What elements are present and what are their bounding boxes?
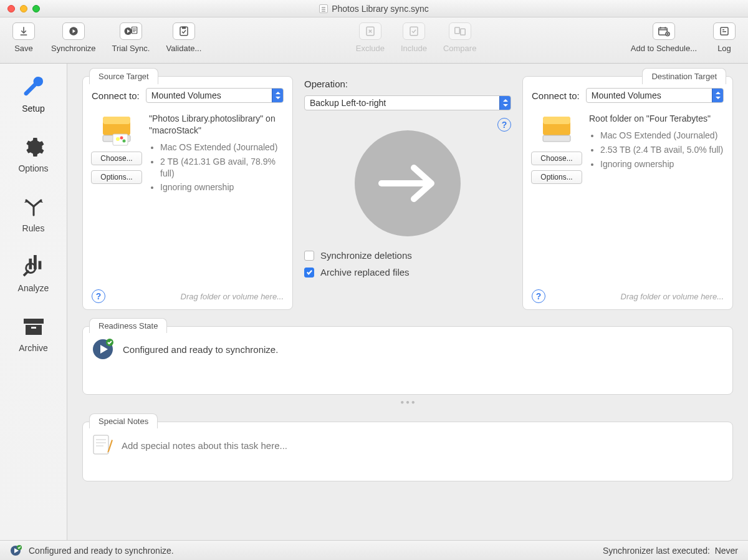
validate-button[interactable]: Validate... <box>166 22 201 53</box>
trial-sync-button[interactable]: Trial Sync. <box>112 22 150 53</box>
destination-tab-label: Destination Target <box>642 68 726 84</box>
source-detail-row: Mac OS Extended (Journaled) <box>160 142 284 153</box>
destination-help-button[interactable]: ? <box>532 289 545 303</box>
resize-grip-icon[interactable]: ● ● ● <box>82 398 733 405</box>
destination-options-button[interactable]: Options... <box>531 170 582 184</box>
destination-connect-select[interactable]: Mounted Volumes <box>586 88 724 103</box>
source-detail-row: Ignoring ownership <box>160 181 284 193</box>
select-arrows-icon <box>272 89 283 102</box>
notes-placeholder[interactable]: Add special notes about this task here..… <box>122 440 287 451</box>
titlebar: Photos Library sync.sync <box>0 0 748 17</box>
synchronize-button[interactable]: Synchronize <box>51 22 96 53</box>
status-ready-icon <box>10 544 22 557</box>
source-detail-row: 2 TB (421.31 GB avail, 78.9% full) <box>160 156 284 180</box>
content-area: Source Target Connect to: Mounted Volume… <box>67 64 748 540</box>
operation-label: Operation: <box>304 79 348 89</box>
readiness-text: Configured and ready to synchronize. <box>123 344 278 355</box>
document-icon <box>319 4 328 13</box>
destination-title: Root folder on "Four Terabytes" <box>589 113 724 125</box>
source-options-button[interactable]: Options... <box>91 170 142 184</box>
operation-help-button[interactable]: ? <box>497 118 511 132</box>
source-connect-select[interactable]: Mounted Volumes <box>146 88 284 103</box>
source-tab-label: Source Target <box>89 68 158 84</box>
svg-rect-16 <box>24 319 44 324</box>
source-drag-hint: Drag folder or volume here... <box>181 292 284 301</box>
toolbar: Save Synchronize Trial Sync. Validate...… <box>0 17 748 64</box>
add-to-schedule-button[interactable]: Add to Schedule... <box>631 22 697 53</box>
source-help-button[interactable]: ? <box>92 289 105 303</box>
svg-point-23 <box>116 137 120 141</box>
sidebar-item-setup[interactable]: Setup <box>0 75 67 113</box>
destination-drag-hint: Drag folder or volume here... <box>621 292 724 301</box>
direction-arrow-icon <box>355 130 461 236</box>
wrench-icon <box>0 75 67 100</box>
notes-tab-label: Special Notes <box>89 413 158 428</box>
log-button[interactable]: Log <box>713 22 736 53</box>
svg-rect-20 <box>103 117 130 124</box>
status-right: Synchronizer last executed: Never <box>603 546 738 556</box>
archive-replaced-label: Archive replaced files <box>320 267 410 278</box>
sidebar-item-options[interactable]: Options <box>0 135 67 173</box>
svg-rect-7 <box>460 29 465 35</box>
sidebar-item-rules[interactable]: Rules <box>0 195 67 233</box>
svg-rect-13 <box>38 261 41 269</box>
svg-rect-28 <box>543 135 570 142</box>
svg-rect-18 <box>31 327 36 329</box>
sidebar: Setup Options Rules Analyze Archive <box>0 64 67 540</box>
svg-rect-27 <box>543 117 570 124</box>
save-button[interactable]: Save <box>12 22 35 53</box>
select-arrows-icon <box>499 96 511 110</box>
source-connect-label: Connect to: <box>92 90 140 101</box>
svg-rect-5 <box>410 27 418 36</box>
drive-icon <box>98 113 135 147</box>
sync-deletions-label: Synchronize deletions <box>320 250 412 261</box>
svg-rect-17 <box>26 325 42 335</box>
sync-deletions-checkbox[interactable] <box>304 251 314 261</box>
svg-rect-22 <box>113 134 128 145</box>
svg-rect-31 <box>94 435 108 454</box>
destination-choose-button[interactable]: Choose... <box>531 152 582 165</box>
drive-icon <box>538 113 575 147</box>
status-bar: Configured and ready to synchronize. Syn… <box>0 540 748 560</box>
source-title: "Photos Library.photoslibrary" on "macro… <box>149 113 284 137</box>
status-text: Configured and ready to synchronize. <box>29 546 174 556</box>
source-target-panel: Source Target Connect to: Mounted Volume… <box>82 76 293 310</box>
archive-replaced-checkbox[interactable] <box>304 268 314 278</box>
destination-detail-row: Ignoring ownership <box>600 158 724 170</box>
include-button: Include <box>401 22 427 53</box>
gear-icon <box>0 135 67 160</box>
select-arrows-icon <box>712 89 723 102</box>
svg-point-24 <box>120 137 123 140</box>
ready-play-icon <box>92 338 114 360</box>
notes-icon <box>92 433 113 457</box>
readiness-panel: Readiness State Configured and ready to … <box>82 326 733 395</box>
window-title-text: Photos Library sync.sync <box>332 4 429 14</box>
compare-button: Compare <box>443 22 476 53</box>
destination-target-panel: Destination Target Connect to: Mounted V… <box>522 76 733 310</box>
window-title: Photos Library sync.sync <box>0 4 748 14</box>
destination-connect-label: Connect to: <box>532 90 580 101</box>
destination-detail-row: Mac OS Extended (Journaled) <box>600 130 724 142</box>
magnifier-chart-icon <box>0 254 67 279</box>
operation-select[interactable]: Backup Left-to-right <box>304 95 511 110</box>
special-notes-panel: Special Notes Add special notes about th… <box>82 422 733 481</box>
readiness-tab-label: Readiness State <box>89 318 167 333</box>
svg-rect-6 <box>454 27 459 34</box>
archive-box-icon <box>0 314 67 339</box>
svg-point-25 <box>123 140 126 143</box>
operation-column: Operation: Backup Left-to-right ? Synchr… <box>304 76 511 310</box>
branch-icon <box>0 195 67 220</box>
sidebar-item-analyze[interactable]: Analyze <box>0 254 67 293</box>
source-choose-button[interactable]: Choose... <box>91 152 142 165</box>
sidebar-item-archive[interactable]: Archive <box>0 314 67 353</box>
destination-detail-row: 2.53 TB (2.4 TB avail, 5.0% full) <box>600 144 724 156</box>
exclude-button: Exclude <box>356 22 385 53</box>
